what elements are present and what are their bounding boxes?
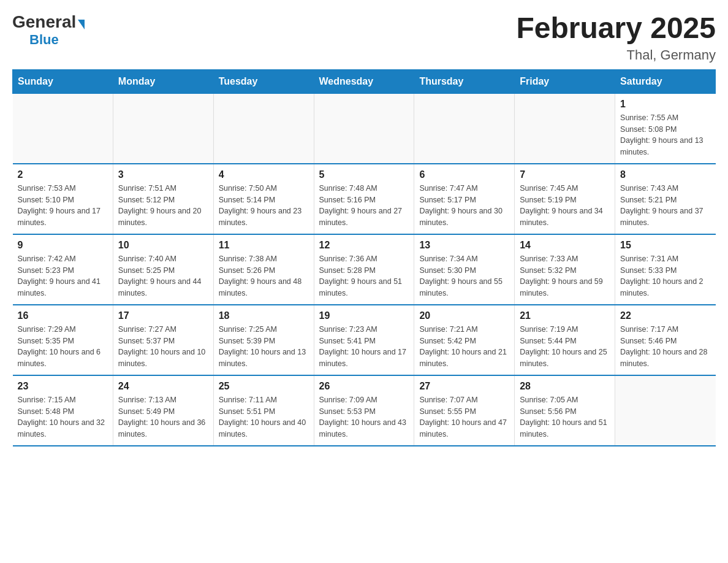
day-of-week-header: Tuesday: [213, 69, 314, 93]
calendar-table: SundayMondayTuesdayWednesdayThursdayFrid…: [12, 69, 716, 446]
calendar-day-cell: 10Sunrise: 7:40 AM Sunset: 5:25 PM Dayli…: [113, 234, 213, 305]
day-number: 19: [319, 310, 409, 321]
day-number: 11: [219, 240, 309, 251]
calendar-header: SundayMondayTuesdayWednesdayThursdayFrid…: [13, 69, 716, 93]
day-info: Sunrise: 7:13 AM Sunset: 5:49 PM Dayligh…: [118, 394, 208, 440]
days-of-week-row: SundayMondayTuesdayWednesdayThursdayFrid…: [13, 69, 716, 93]
day-number: 23: [18, 381, 108, 392]
day-info: Sunrise: 7:55 AM Sunset: 5:08 PM Dayligh…: [620, 112, 710, 158]
day-number: 22: [620, 310, 710, 321]
day-info: Sunrise: 7:45 AM Sunset: 5:19 PM Dayligh…: [520, 183, 610, 229]
day-number: 10: [118, 240, 208, 251]
calendar-day-cell: [314, 93, 414, 164]
day-info: Sunrise: 7:33 AM Sunset: 5:32 PM Dayligh…: [520, 253, 610, 299]
day-info: Sunrise: 7:53 AM Sunset: 5:10 PM Dayligh…: [18, 183, 108, 229]
calendar-day-cell: 27Sunrise: 7:07 AM Sunset: 5:55 PM Dayli…: [414, 375, 515, 446]
calendar-day-cell: 26Sunrise: 7:09 AM Sunset: 5:53 PM Dayli…: [314, 375, 414, 446]
day-number: 20: [419, 310, 509, 321]
calendar-day-cell: 18Sunrise: 7:25 AM Sunset: 5:39 PM Dayli…: [213, 305, 314, 375]
day-number: 8: [620, 169, 710, 180]
calendar-day-cell: 20Sunrise: 7:21 AM Sunset: 5:42 PM Dayli…: [414, 305, 515, 375]
calendar-day-cell: 11Sunrise: 7:38 AM Sunset: 5:26 PM Dayli…: [213, 234, 314, 305]
day-number: 18: [219, 310, 309, 321]
calendar-day-cell: 7Sunrise: 7:45 AM Sunset: 5:19 PM Daylig…: [515, 164, 615, 234]
logo-general-text: General: [12, 12, 76, 32]
day-info: Sunrise: 7:21 AM Sunset: 5:42 PM Dayligh…: [419, 324, 509, 370]
calendar-week-row: 2Sunrise: 7:53 AM Sunset: 5:10 PM Daylig…: [13, 164, 716, 234]
day-info: Sunrise: 7:15 AM Sunset: 5:48 PM Dayligh…: [18, 394, 108, 440]
day-info: Sunrise: 7:36 AM Sunset: 5:28 PM Dayligh…: [319, 253, 409, 299]
day-info: Sunrise: 7:19 AM Sunset: 5:44 PM Dayligh…: [520, 324, 610, 370]
day-info: Sunrise: 7:50 AM Sunset: 5:14 PM Dayligh…: [219, 183, 309, 229]
calendar-day-cell: 19Sunrise: 7:23 AM Sunset: 5:41 PM Dayli…: [314, 305, 414, 375]
logo-blue-text: Blue: [29, 32, 59, 48]
calendar-week-row: 9Sunrise: 7:42 AM Sunset: 5:23 PM Daylig…: [13, 234, 716, 305]
day-info: Sunrise: 7:48 AM Sunset: 5:16 PM Dayligh…: [319, 183, 409, 229]
calendar-week-row: 23Sunrise: 7:15 AM Sunset: 5:48 PM Dayli…: [13, 375, 716, 446]
day-info: Sunrise: 7:23 AM Sunset: 5:41 PM Dayligh…: [319, 324, 409, 370]
calendar-day-cell: [113, 93, 213, 164]
day-number: 15: [620, 240, 710, 251]
calendar-day-cell: 8Sunrise: 7:43 AM Sunset: 5:21 PM Daylig…: [615, 164, 716, 234]
calendar-day-cell: 6Sunrise: 7:47 AM Sunset: 5:17 PM Daylig…: [414, 164, 515, 234]
calendar-day-cell: [213, 93, 314, 164]
calendar-day-cell: 25Sunrise: 7:11 AM Sunset: 5:51 PM Dayli…: [213, 375, 314, 446]
day-info: Sunrise: 7:11 AM Sunset: 5:51 PM Dayligh…: [219, 394, 309, 440]
day-number: 27: [419, 381, 509, 392]
day-of-week-header: Thursday: [414, 69, 515, 93]
calendar-day-cell: 22Sunrise: 7:17 AM Sunset: 5:46 PM Dayli…: [615, 305, 716, 375]
calendar-body: 1Sunrise: 7:55 AM Sunset: 5:08 PM Daylig…: [13, 93, 716, 446]
day-info: Sunrise: 7:09 AM Sunset: 5:53 PM Dayligh…: [319, 394, 409, 440]
page-header: General Blue February 2025 Thal, Germany: [12, 12, 716, 63]
day-info: Sunrise: 7:17 AM Sunset: 5:46 PM Dayligh…: [620, 324, 710, 370]
day-of-week-header: Saturday: [615, 69, 716, 93]
calendar-day-cell: 14Sunrise: 7:33 AM Sunset: 5:32 PM Dayli…: [515, 234, 615, 305]
day-info: Sunrise: 7:43 AM Sunset: 5:21 PM Dayligh…: [620, 183, 710, 229]
calendar-location: Thal, Germany: [516, 47, 716, 63]
day-info: Sunrise: 7:47 AM Sunset: 5:17 PM Dayligh…: [419, 183, 509, 229]
day-info: Sunrise: 7:42 AM Sunset: 5:23 PM Dayligh…: [18, 253, 108, 299]
day-number: 7: [520, 169, 610, 180]
day-number: 4: [219, 169, 309, 180]
calendar-week-row: 1Sunrise: 7:55 AM Sunset: 5:08 PM Daylig…: [13, 93, 716, 164]
calendar-day-cell: [414, 93, 515, 164]
day-number: 28: [520, 381, 610, 392]
day-number: 21: [520, 310, 610, 321]
day-number: 2: [18, 169, 108, 180]
day-number: 5: [319, 169, 409, 180]
calendar-day-cell: 23Sunrise: 7:15 AM Sunset: 5:48 PM Dayli…: [13, 375, 113, 446]
calendar-day-cell: 17Sunrise: 7:27 AM Sunset: 5:37 PM Dayli…: [113, 305, 213, 375]
calendar-title: February 2025: [516, 12, 716, 45]
day-number: 9: [18, 240, 108, 251]
calendar-day-cell: 28Sunrise: 7:05 AM Sunset: 5:56 PM Dayli…: [515, 375, 615, 446]
calendar-day-cell: 16Sunrise: 7:29 AM Sunset: 5:35 PM Dayli…: [13, 305, 113, 375]
day-of-week-header: Friday: [515, 69, 615, 93]
calendar-day-cell: 12Sunrise: 7:36 AM Sunset: 5:28 PM Dayli…: [314, 234, 414, 305]
calendar-day-cell: [615, 375, 716, 446]
calendar-day-cell: 13Sunrise: 7:34 AM Sunset: 5:30 PM Dayli…: [414, 234, 515, 305]
day-number: 26: [319, 381, 409, 392]
title-block: February 2025 Thal, Germany: [516, 12, 716, 63]
day-info: Sunrise: 7:25 AM Sunset: 5:39 PM Dayligh…: [219, 324, 309, 370]
day-of-week-header: Sunday: [13, 69, 113, 93]
calendar-day-cell: 1Sunrise: 7:55 AM Sunset: 5:08 PM Daylig…: [615, 93, 716, 164]
day-number: 17: [118, 310, 208, 321]
day-number: 13: [419, 240, 509, 251]
calendar-day-cell: 2Sunrise: 7:53 AM Sunset: 5:10 PM Daylig…: [13, 164, 113, 234]
day-number: 6: [419, 169, 509, 180]
day-number: 3: [118, 169, 208, 180]
day-info: Sunrise: 7:38 AM Sunset: 5:26 PM Dayligh…: [219, 253, 309, 299]
day-info: Sunrise: 7:27 AM Sunset: 5:37 PM Dayligh…: [118, 324, 208, 370]
day-info: Sunrise: 7:29 AM Sunset: 5:35 PM Dayligh…: [18, 324, 108, 370]
day-number: 24: [118, 381, 208, 392]
logo: General Blue: [12, 12, 85, 48]
calendar-day-cell: 15Sunrise: 7:31 AM Sunset: 5:33 PM Dayli…: [615, 234, 716, 305]
calendar-day-cell: 5Sunrise: 7:48 AM Sunset: 5:16 PM Daylig…: [314, 164, 414, 234]
calendar-day-cell: 4Sunrise: 7:50 AM Sunset: 5:14 PM Daylig…: [213, 164, 314, 234]
calendar-day-cell: [13, 93, 113, 164]
day-info: Sunrise: 7:34 AM Sunset: 5:30 PM Dayligh…: [419, 253, 509, 299]
day-of-week-header: Monday: [113, 69, 213, 93]
day-number: 16: [18, 310, 108, 321]
logo-triangle-icon: [78, 20, 85, 29]
day-number: 12: [319, 240, 409, 251]
